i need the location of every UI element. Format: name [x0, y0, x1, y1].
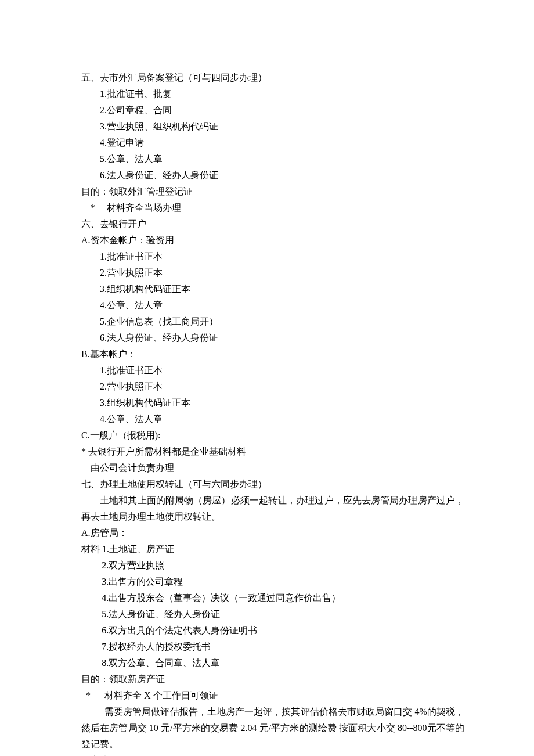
s6-b-item: 1.批准证书正本 — [81, 362, 464, 379]
s5-item: 3.营业执照、组织机构代码证 — [81, 118, 464, 135]
s7-a-item: 4.出售方股东会（董事会）决议（一致通过同意作价出售） — [81, 590, 464, 606]
s7-body: 需要房管局做评估报告，土地房产一起评，按其评估价格去市财政局窗口交 4%的契税，… — [81, 704, 464, 753]
s6-a-item: 4.公章、法人章 — [81, 297, 464, 314]
s5-item: 5.公章、法人章 — [81, 151, 464, 167]
s5-item: 1.批准证书、批复 — [81, 86, 464, 102]
s6-b-title: B.基本帐户： — [81, 346, 464, 362]
s7-note-star: * 材料齐全 X 个工作日可领证 — [81, 687, 464, 704]
s5-item: 4.登记申请 — [81, 135, 464, 151]
s6-c-title: C.一般户（报税用): — [81, 427, 464, 444]
s6-note2: 由公司会计负责办理 — [81, 460, 464, 476]
section-7-title: 七、办理土地使用权转让（可与六同步办理） — [81, 476, 464, 492]
s7-a-item: 6.双方出具的个法定代表人身份证明书 — [81, 622, 464, 639]
s7-purpose: 目的：领取新房产证 — [81, 671, 464, 687]
s7-a-mat-label: 材料 1.土地证、房产证 — [81, 541, 464, 557]
s6-a-item: 6.法人身份证、经办人身份证 — [81, 330, 464, 346]
s7-b-title: B.土地局： — [81, 753, 464, 756]
s6-b-item: 2.营业执照正本 — [81, 379, 464, 395]
s5-note: * 材料齐全当场办理 — [81, 200, 464, 216]
s7-a-item: 8.双方公章、合同章、法人章 — [81, 655, 464, 671]
s6-b-item: 3.组织机构代码证正本 — [81, 395, 464, 411]
s7-intro: 土地和其上面的附属物（房屋）必须一起转让，办理过户，应先去房管局办理房产过户，再… — [81, 492, 464, 525]
s6-a-item: 3.组织机构代码证正本 — [81, 281, 464, 297]
s7-a-title: A.房管局： — [81, 525, 464, 541]
s5-item: 6.法人身份证、经办人身份证 — [81, 167, 464, 183]
s6-a-title: A.资本金帐户：验资用 — [81, 232, 464, 249]
s6-a-item: 5.企业信息表（找工商局开） — [81, 314, 464, 330]
section-5-title: 五、去市外汇局备案登记（可与四同步办理） — [81, 70, 464, 86]
s6-b-item: 4.公章、法人章 — [81, 411, 464, 427]
s7-intro-text: 土地和其上面的附属物（房屋）必须一起转让，办理过户，应先去房管局办理房产过户，再… — [81, 495, 464, 521]
document-body: 五、去市外汇局备案登记（可与四同步办理） 1.批准证书、批复 2.公司章程、合同… — [81, 70, 464, 756]
s7-a-item: 7.授权经办人的授权委托书 — [81, 639, 464, 655]
s5-purpose: 目的：领取外汇管理登记证 — [81, 183, 464, 200]
s7-a-item: 3.出售方的公司章程 — [81, 574, 464, 590]
s6-note1: * 去银行开户所需材料都是企业基础材料 — [81, 444, 464, 460]
s5-item: 2.公司章程、合同 — [81, 102, 464, 118]
s6-a-item: 2.营业执照正本 — [81, 265, 464, 281]
section-6-title: 六、去银行开户 — [81, 216, 464, 232]
s7-body-text: 需要房管局做评估报告，土地房产一起评，按其评估价格去市财政局窗口交 4%的契税，… — [81, 707, 464, 749]
s6-a-item: 1.批准证书正本 — [81, 249, 464, 265]
s7-a-item: 2.双方营业执照 — [81, 557, 464, 574]
s7-a-item: 5.法人身份证、经办人身份证 — [81, 606, 464, 622]
